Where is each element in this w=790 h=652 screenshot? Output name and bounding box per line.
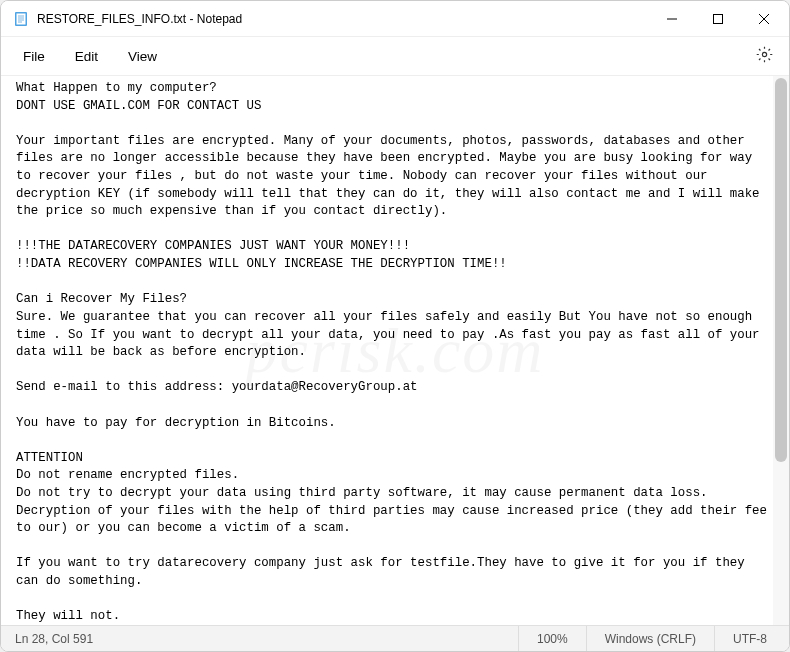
maximize-button[interactable] <box>695 3 741 35</box>
notepad-icon <box>13 11 29 27</box>
encoding: UTF-8 <box>714 626 785 651</box>
svg-rect-7 <box>714 14 723 23</box>
window-controls <box>649 3 787 35</box>
cursor-position: Ln 28, Col 591 <box>5 632 518 646</box>
notepad-window: RESTORE_FILES_INFO.txt - Notepad File Ed… <box>0 0 790 652</box>
svg-point-10 <box>762 52 766 56</box>
statusbar: Ln 28, Col 591 100% Windows (CRLF) UTF-8 <box>1 625 789 651</box>
svg-rect-1 <box>17 13 26 24</box>
menu-view[interactable]: View <box>114 43 171 70</box>
zoom-level[interactable]: 100% <box>518 626 586 651</box>
titlebar: RESTORE_FILES_INFO.txt - Notepad <box>1 1 789 37</box>
gear-icon <box>756 46 773 67</box>
settings-button[interactable] <box>747 41 781 71</box>
scrollbar-track[interactable] <box>773 76 789 625</box>
minimize-button[interactable] <box>649 3 695 35</box>
close-button[interactable] <box>741 3 787 35</box>
text-area-container: What Happen to my computer? DONT USE GMA… <box>1 75 789 625</box>
scrollbar-thumb[interactable] <box>775 78 787 462</box>
menubar: File Edit View <box>1 37 789 75</box>
text-content[interactable]: What Happen to my computer? DONT USE GMA… <box>1 76 789 625</box>
line-ending: Windows (CRLF) <box>586 626 714 651</box>
window-title: RESTORE_FILES_INFO.txt - Notepad <box>37 12 649 26</box>
menu-edit[interactable]: Edit <box>61 43 112 70</box>
menu-file[interactable]: File <box>9 43 59 70</box>
